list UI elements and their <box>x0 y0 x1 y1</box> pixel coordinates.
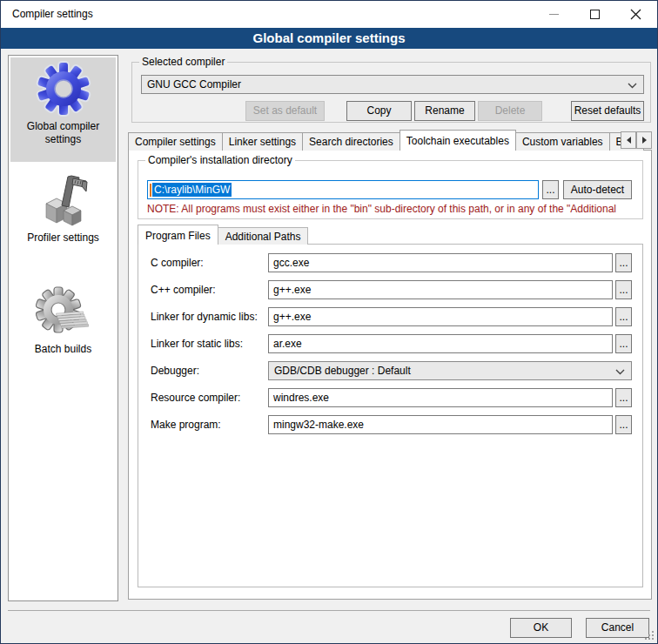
window-controls <box>534 1 656 28</box>
debugger-select-value: GDB/CDB debugger : Default <box>274 365 411 377</box>
gear-stack-icon <box>36 284 91 339</box>
text-caret <box>150 184 151 197</box>
tab-scroll-left-button[interactable] <box>621 131 636 149</box>
field-row-debugger: Debugger: GDB/CDB debugger : Default <box>138 361 642 380</box>
static-linker-input[interactable] <box>268 334 613 353</box>
dialog-header: Global compiler settings <box>1 28 657 49</box>
tab-scroll-right-button[interactable] <box>636 131 652 149</box>
browse-static-linker-button[interactable]: ... <box>615 334 632 353</box>
cpp-compiler-input[interactable] <box>268 280 613 299</box>
debugger-select[interactable]: GDB/CDB debugger : Default <box>268 361 632 380</box>
delete-button[interactable]: Delete <box>478 101 542 121</box>
resource-compiler-input[interactable] <box>268 388 613 407</box>
maximize-icon <box>590 10 600 19</box>
selected-compiler-group: Selected compiler GNU GCC Compiler Set a… <box>131 62 651 123</box>
chevron-down-icon <box>615 369 625 375</box>
tab-toolchain-executables[interactable]: Toolchain executables <box>400 130 516 151</box>
compiler-select[interactable]: GNU GCC Compiler <box>141 75 644 94</box>
group-label: Compiler's installation directory <box>145 154 295 166</box>
field-label: C++ compiler: <box>151 284 216 296</box>
close-icon <box>630 9 641 20</box>
field-row-resource-compiler: Resource compiler: ... <box>138 388 642 407</box>
close-button[interactable] <box>615 1 656 28</box>
cancel-button[interactable]: Cancel <box>586 618 649 638</box>
minimize-button[interactable] <box>534 1 574 28</box>
compiler-settings-window: Compiler settings Global compiler settin… <box>0 0 658 644</box>
c-compiler-input[interactable] <box>268 253 613 272</box>
browse-c-compiler-button[interactable]: ... <box>615 253 632 272</box>
browse-install-dir-button[interactable]: ... <box>542 180 559 199</box>
install-dir-input[interactable]: C:\raylib\MinGW <box>147 180 539 199</box>
installation-directory-group: Compiler's installation directory C:\ray… <box>138 160 643 219</box>
arrow-left-icon <box>627 137 631 144</box>
field-label: Debugger: <box>151 365 199 377</box>
make-program-input[interactable] <box>268 415 613 434</box>
rename-button[interactable]: Rename <box>414 101 475 121</box>
sidebar-item-global-compiler-settings[interactable]: Global compiler settings <box>10 57 116 162</box>
sidebar-item-label: Batch builds <box>10 343 116 356</box>
field-row-c-compiler: C compiler: ... <box>138 253 642 272</box>
maximize-button[interactable] <box>574 1 615 28</box>
install-dir-selected-text: C:\raylib\MinGW <box>152 183 232 197</box>
sidebar-item-batch-builds[interactable]: Batch builds <box>10 280 116 364</box>
tab-custom-variables[interactable]: Custom variables <box>515 132 610 151</box>
sidebar-item-profiler-settings[interactable]: Profiler settings <box>10 169 116 256</box>
blue-gear-icon <box>36 61 91 117</box>
sidebar-item-label: Global compiler settings <box>10 120 116 146</box>
browse-make-program-button[interactable]: ... <box>615 415 632 434</box>
window-title: Compiler settings <box>12 8 93 20</box>
minimize-icon <box>549 14 559 15</box>
program-files-tabstrip: Program Files Additional Paths <box>138 225 308 245</box>
field-label: Make program: <box>151 419 221 431</box>
resize-grip[interactable] <box>645 631 655 641</box>
footer-divider <box>8 610 650 611</box>
compiler-select-value: GNU GCC Compiler <box>147 78 241 91</box>
sidebar-item-label: Profiler settings <box>10 231 116 245</box>
toolchain-executables-page: Compiler's installation directory C:\ray… <box>128 150 652 600</box>
browse-resource-compiler-button[interactable]: ... <box>615 388 632 407</box>
compiler-actions: Set as default Copy Rename Delete Reset … <box>141 101 644 121</box>
field-row-dynamic-linker: Linker for dynamic libs: ... <box>138 307 642 326</box>
program-files-page: C compiler: ... C++ compiler: ... Linker… <box>138 244 643 587</box>
browse-dynamic-linker-button[interactable]: ... <box>615 307 632 326</box>
ok-button[interactable]: OK <box>510 618 572 638</box>
set-as-default-button[interactable]: Set as default <box>245 101 325 121</box>
field-row-cpp-compiler: C++ compiler: ... <box>138 280 642 299</box>
field-label: Linker for dynamic libs: <box>151 311 258 323</box>
settings-category-list: Global compiler settings <box>8 55 118 601</box>
reset-defaults-button[interactable]: Reset defaults <box>571 101 644 121</box>
caliper-icon <box>36 172 91 228</box>
settings-tabstrip: Compiler settings Linker settings Search… <box>128 130 652 151</box>
install-dir-note: NOTE: All programs must exist either in … <box>147 203 641 215</box>
titlebar[interactable]: Compiler settings <box>1 1 657 28</box>
browse-cpp-compiler-button[interactable]: ... <box>615 280 632 299</box>
field-row-static-linker: Linker for static libs: ... <box>138 334 642 353</box>
field-label: C compiler: <box>151 257 204 269</box>
field-label: Resource compiler: <box>151 392 240 404</box>
tab-additional-paths[interactable]: Additional Paths <box>218 227 309 245</box>
arrow-right-icon <box>642 137 647 144</box>
group-label: Selected compiler <box>139 56 227 68</box>
field-row-make-program: Make program: ... <box>138 415 642 434</box>
tab-compiler-settings[interactable]: Compiler settings <box>128 132 223 151</box>
dynamic-linker-input[interactable] <box>268 307 613 326</box>
auto-detect-button[interactable]: Auto-detect <box>563 180 632 199</box>
field-label: Linker for static libs: <box>151 338 243 350</box>
tab-linker-settings[interactable]: Linker settings <box>222 132 303 151</box>
copy-button[interactable]: Copy <box>346 101 412 121</box>
tab-search-directories[interactable]: Search directories <box>302 132 400 151</box>
tab-program-files[interactable]: Program Files <box>138 225 218 245</box>
chevron-down-icon <box>628 83 637 89</box>
